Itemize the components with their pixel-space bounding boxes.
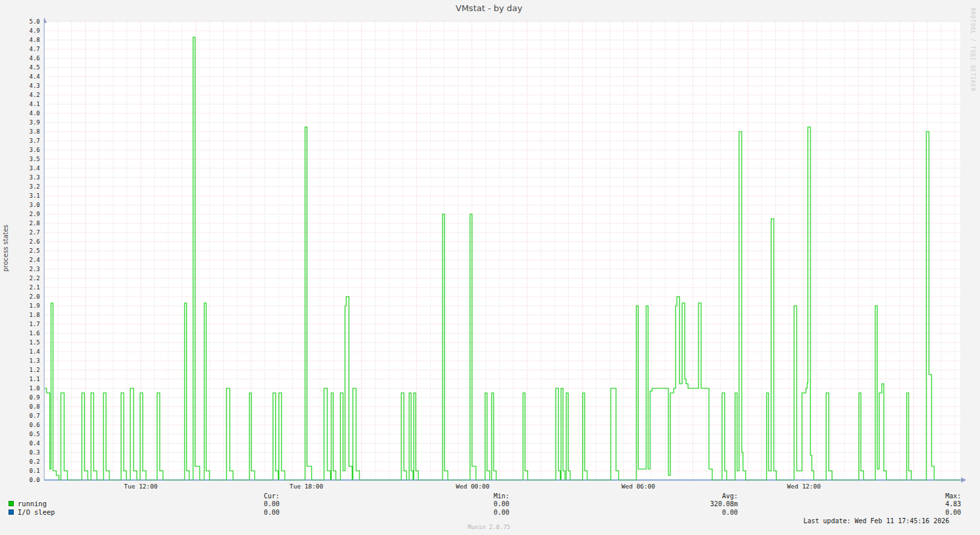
legend-value: 0.00: [411, 500, 509, 507]
legend-swatch-i-o-sleep: [9, 509, 14, 515]
y-tick-label: 3.3: [0, 174, 40, 181]
y-tick-label: 2.8: [0, 219, 40, 227]
y-tick-label: 2.5: [0, 247, 40, 255]
legend-value: 0.00: [863, 509, 961, 516]
y-tick-label: 0.2: [0, 458, 40, 466]
y-tick-label: 4.6: [0, 54, 40, 62]
y-tick-label: 2.6: [0, 238, 40, 246]
munin-graph: VMstat - by day process states 0.00.10.2…: [0, 0, 980, 535]
y-tick-label: 2.3: [0, 265, 40, 273]
y-tick-label: 0.0: [0, 476, 40, 484]
y-tick-label: 2.0: [0, 293, 40, 301]
y-tick-label: 3.8: [0, 128, 40, 136]
legend-col-header: Avg:: [640, 492, 738, 500]
y-tick-label: 3.7: [0, 137, 40, 145]
y-tick-label: 3.1: [0, 192, 40, 200]
y-tick-label: 2.1: [0, 284, 40, 291]
y-tick-label: 2.9: [0, 210, 40, 218]
legend-label: running: [18, 500, 46, 507]
series-running: [44, 37, 960, 480]
y-tick-label: 4.2: [0, 91, 40, 99]
y-tick-label: 1.3: [0, 357, 40, 365]
y-tick-label: 2.4: [0, 256, 40, 264]
y-tick-label: 2.2: [0, 274, 40, 282]
legend-label: I/O sleep: [18, 509, 55, 516]
y-tick-label: 1.5: [0, 339, 40, 346]
page-title: VMstat - by day: [358, 3, 620, 13]
legend-col-header: Cur:: [181, 492, 280, 500]
y-tick-label: 0.7: [0, 412, 40, 420]
legend-value: 0.00: [181, 500, 280, 507]
x-tick-label: Tue 18:00: [277, 483, 336, 490]
y-tick-label: 4.4: [0, 73, 40, 81]
legend-value: 0.00: [181, 509, 280, 516]
legend-col-header: Max:: [863, 492, 961, 500]
y-tick-label: 3.9: [0, 119, 40, 126]
x-tick-label: Wed 06:00: [609, 483, 668, 490]
x-tick-label: Tue 12:00: [111, 483, 170, 490]
y-tick-label: 3.5: [0, 155, 40, 163]
legend-col-header: Min:: [411, 492, 509, 500]
legend-swatch-running: [9, 501, 14, 506]
legend-value: 0.00: [411, 509, 509, 516]
y-tick-label: 1.2: [0, 366, 40, 374]
legend-value: 4.83: [863, 500, 961, 507]
x-tick-label: Wed 12:00: [774, 483, 833, 490]
legend-value: 320.08m: [640, 500, 738, 507]
y-tick-label: 1.4: [0, 348, 40, 356]
y-tick-label: 0.5: [0, 430, 40, 438]
y-tick-label: 0.1: [0, 467, 40, 475]
legend-value: 0.00: [640, 509, 738, 516]
y-tick-label: 4.1: [0, 100, 40, 108]
y-tick-label: 1.6: [0, 329, 40, 337]
y-tick-label: 0.6: [0, 421, 40, 429]
y-tick-label: 3.4: [0, 164, 40, 172]
y-tick-label: 3.0: [0, 201, 40, 209]
y-tick-label: 4.5: [0, 64, 40, 71]
y-tick-label: 3.6: [0, 146, 40, 154]
munin-version: Munin 2.0.75: [424, 524, 554, 530]
last-update: Last update: Wed Feb 11 17:45:16 2026: [655, 517, 949, 525]
y-tick-label: 4.7: [0, 45, 40, 53]
y-tick-label: 0.4: [0, 439, 40, 447]
y-tick-label: 1.9: [0, 302, 40, 310]
y-tick-label: 3.2: [0, 183, 40, 191]
y-tick-label: 1.1: [0, 375, 40, 383]
y-tick-label: 1.8: [0, 311, 40, 319]
y-tick-label: 0.8: [0, 403, 40, 411]
y-tick-label: 0.3: [0, 449, 40, 456]
rrdtool-watermark: RRDTOOL / TOBI OETIKER: [970, 8, 975, 92]
y-tick-label: 2.7: [0, 229, 40, 236]
y-tick-label: 1.7: [0, 320, 40, 328]
y-tick-label: 4.3: [0, 82, 40, 90]
y-tick-label: 5.0: [0, 18, 40, 26]
y-tick-label: 4.9: [0, 27, 40, 35]
x-tick-label: Wed 00:00: [443, 483, 502, 490]
vmstat-chart: [44, 17, 968, 486]
y-tick-label: 1.0: [0, 384, 40, 392]
y-tick-label: 4.8: [0, 36, 40, 44]
y-tick-label: 0.9: [0, 394, 40, 401]
y-tick-label: 4.0: [0, 109, 40, 117]
